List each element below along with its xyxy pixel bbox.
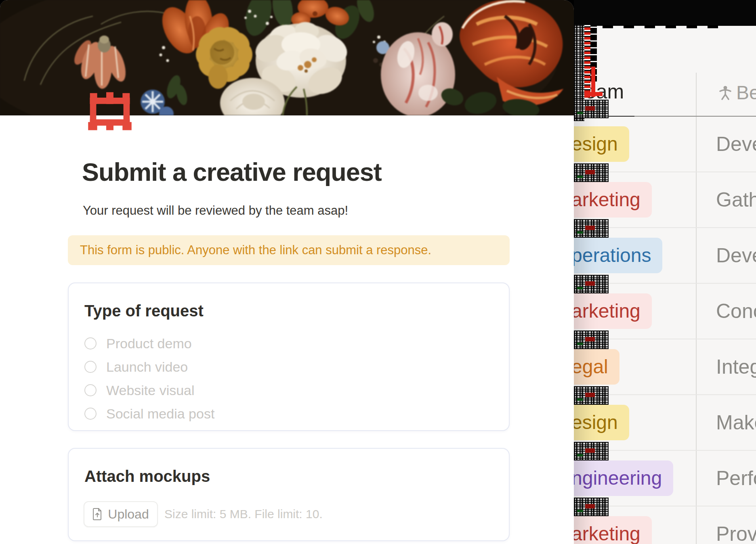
glitch-noise-blob xyxy=(574,331,609,349)
type-of-request-card: Type of request Product demo Launch vide… xyxy=(68,282,510,431)
page-title: Submit a creative request xyxy=(82,157,382,186)
top-black-band xyxy=(574,0,756,26)
request-options: Product demo Launch video Website visual… xyxy=(84,332,214,425)
task-cell: Deve xyxy=(716,228,756,283)
attach-card-heading: Attach mockups xyxy=(84,467,210,485)
screenshot-stage: Submit a creative request Your request w… xyxy=(0,0,756,544)
column-header-person[interactable]: Be xyxy=(719,82,756,104)
public-form-banner: This form is public. Anyone with the lin… xyxy=(68,235,510,265)
glitch-red-bar xyxy=(584,92,603,96)
form-page: Submit a creative request Your request w… xyxy=(0,0,574,544)
form-logo-red-frame-icon xyxy=(86,90,134,136)
person-icon xyxy=(719,86,731,100)
glitch-noise-blob xyxy=(574,275,609,293)
glitch-red-strip xyxy=(584,25,590,98)
task-cell: Prov xyxy=(716,506,756,544)
option-website-visual[interactable]: Website visual xyxy=(84,379,214,402)
radio-icon[interactable] xyxy=(84,361,97,373)
option-label: Social media post xyxy=(106,406,214,422)
team-tag: arketing xyxy=(574,182,652,218)
team-tag: perations xyxy=(574,238,662,273)
glitch-noise-blob xyxy=(574,163,609,182)
task-cell: Deve xyxy=(716,117,756,172)
attach-mockups-card: Attach mockups Upload Size limit: 5 MB. … xyxy=(68,448,510,541)
banner-text: This form is public. Anyone with the lin… xyxy=(80,243,431,257)
option-label: Product demo xyxy=(106,336,192,352)
column-header-person-label: Be xyxy=(736,82,756,104)
team-tag: esign xyxy=(574,405,629,440)
task-cell: Gath xyxy=(716,172,756,227)
task-cell: Perfo xyxy=(716,451,756,506)
option-product-demo[interactable]: Product demo xyxy=(84,332,214,355)
radio-icon[interactable] xyxy=(84,384,97,396)
glitch-tick-marks xyxy=(603,25,720,28)
upload-button[interactable]: Upload xyxy=(84,501,158,527)
request-card-heading: Type of request xyxy=(84,302,204,320)
team-tag: esign xyxy=(574,126,629,162)
upload-label: Upload xyxy=(108,507,149,522)
radio-icon[interactable] xyxy=(84,408,97,420)
radio-icon[interactable] xyxy=(84,337,97,349)
option-launch-video[interactable]: Launch video xyxy=(84,355,214,379)
task-cell: Conc xyxy=(716,284,756,339)
team-tag: egal xyxy=(574,349,620,385)
option-label: Launch video xyxy=(106,359,188,375)
team-tag: ngineering xyxy=(574,460,673,496)
task-cell: Make xyxy=(716,395,756,450)
glitch-noise-blob xyxy=(574,386,609,405)
glitch-noise-blob xyxy=(574,219,609,238)
glitch-noise-blob xyxy=(574,498,609,516)
glitch-noise-blob xyxy=(574,442,609,460)
team-tag: arketing xyxy=(574,516,652,544)
option-social-media-post[interactable]: Social media post xyxy=(84,402,214,425)
option-label: Website visual xyxy=(106,383,195,398)
file-upload-icon xyxy=(92,508,102,520)
team-tag: arketing xyxy=(574,293,652,329)
file-limits-text: Size limit: 5 MB. File limit: 10. xyxy=(164,501,323,527)
page-subtitle: Your request will be reviewed by the tea… xyxy=(83,203,348,218)
task-cell: Integ xyxy=(716,339,756,394)
glitch-noise-blob xyxy=(574,100,609,118)
